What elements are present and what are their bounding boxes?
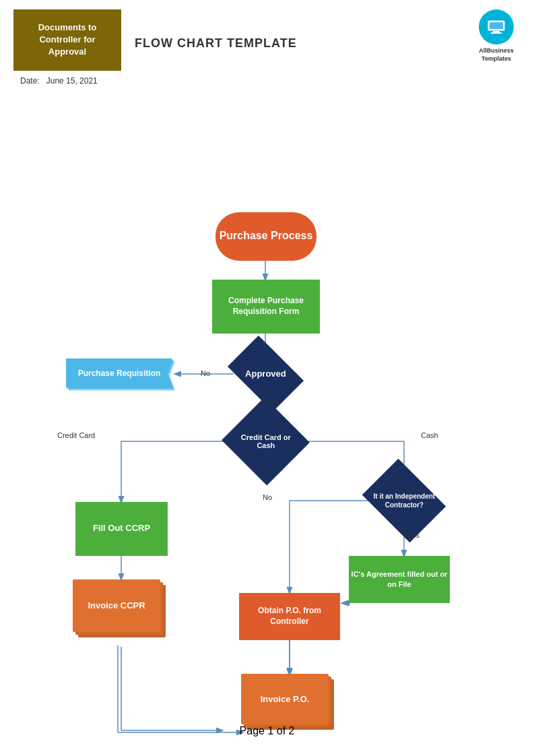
- invoice-po-label: Invoice P.O.: [261, 694, 310, 704]
- approved-diamond: Approved: [234, 352, 298, 396]
- purchase-requisition-node: Purchase Requisition: [66, 358, 175, 391]
- yes-label-3-text: Yes: [407, 531, 420, 539]
- purchase-requisition-label: Purchase Requisition: [78, 369, 161, 378]
- approved-label: Approved: [245, 369, 286, 379]
- date-value: June 15, 2021: [46, 76, 98, 86]
- no-label-2-text: No: [263, 493, 272, 501]
- invoice-ccpr-node: Invoice CCPR: [73, 579, 170, 647]
- complete-form-node: Complete Purchase Requisition Form: [212, 280, 320, 334]
- credit-card-label-text: Credit Card: [57, 431, 95, 439]
- obtain-po-label: Obtain P.O. from Controller: [239, 606, 340, 627]
- no-label-1: No: [201, 369, 210, 377]
- page-number: Page 1 of 2: [0, 725, 534, 737]
- complete-form-label: Complete Purchase Requisition Form: [212, 296, 320, 317]
- independent-contractor-label: It it an Independent Contractor?: [373, 493, 435, 509]
- fill-out-ccrp-label: Fill Out CCRP: [93, 523, 150, 534]
- credit-card-cash-diamond: Credit Card or Cash: [234, 411, 298, 472]
- credit-card-cash-label: Credit Card or Cash: [241, 433, 291, 449]
- date-line: Date: June 15, 2021: [20, 76, 534, 86]
- independent-contractor-diamond: It it an Independent Contractor?: [370, 475, 438, 526]
- svg-rect-3: [491, 32, 502, 34]
- no-label-2: No: [263, 493, 272, 501]
- doc-box: Documents to Controller for Approval: [13, 9, 121, 71]
- purchase-process-node: Purchase Process: [215, 212, 316, 261]
- date-label: Date:: [20, 76, 40, 86]
- cash-label: Cash: [421, 431, 438, 439]
- invoice-ccpr-label: Invoice CCPR: [88, 600, 145, 610]
- page-number-text: Page 1 of 2: [240, 725, 295, 736]
- page-title: FLOW CHART TEMPLATE: [135, 36, 479, 51]
- cash-label-text: Cash: [421, 431, 438, 439]
- ics-agreement-node: IC's Agreement filled out or on File: [349, 556, 450, 603]
- logo: AllBusiness Templates: [479, 9, 514, 63]
- yes-label-3: Yes: [407, 531, 420, 539]
- fill-out-ccrp-node: Fill Out CCRP: [75, 502, 168, 556]
- svg-rect-1: [490, 22, 503, 29]
- credit-card-label: Credit Card: [57, 431, 95, 439]
- doc-box-label: Documents to Controller for Approval: [27, 22, 108, 59]
- no-label-1-text: No: [201, 369, 210, 377]
- obtain-po-node: Obtain P.O. from Controller: [239, 593, 340, 640]
- header: Documents to Controller for Approval FLO…: [0, 0, 534, 71]
- logo-text: AllBusiness Templates: [479, 47, 514, 63]
- purchase-process-label: Purchase Process: [220, 229, 313, 243]
- ics-agreement-label: IC's Agreement filled out or on File: [349, 569, 450, 589]
- logo-circle: [479, 9, 514, 44]
